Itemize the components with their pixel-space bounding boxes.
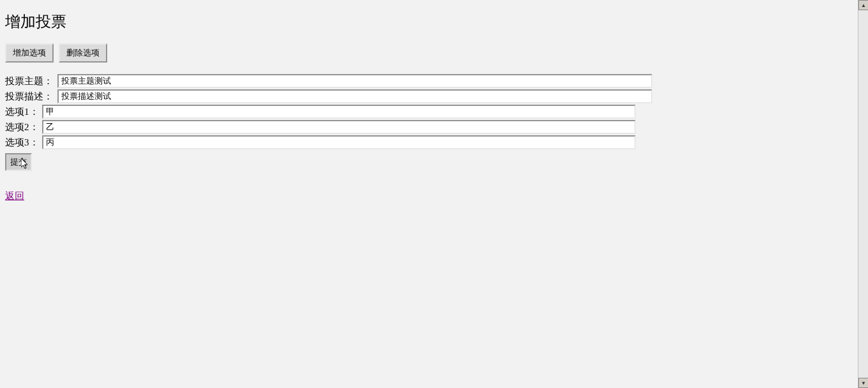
option-row: 选项1： bbox=[5, 105, 863, 119]
subject-input[interactable] bbox=[57, 74, 652, 88]
option-input-3[interactable] bbox=[42, 135, 636, 149]
option-row: 选项3： bbox=[5, 135, 863, 149]
delete-option-button[interactable]: 删除选项 bbox=[59, 43, 107, 63]
back-link[interactable]: 返回 bbox=[5, 190, 24, 202]
option-button-row: 增加选项 删除选项 bbox=[5, 43, 863, 63]
scroll-down-arrow-icon[interactable]: ▼ bbox=[858, 378, 868, 388]
add-option-button[interactable]: 增加选项 bbox=[5, 43, 54, 63]
description-input[interactable] bbox=[57, 89, 652, 103]
submit-button[interactable]: 提交 bbox=[5, 153, 32, 171]
option-input-2[interactable] bbox=[42, 120, 636, 134]
vertical-scrollbar[interactable]: ▲ ▼ bbox=[858, 0, 868, 388]
subject-row: 投票主题： bbox=[5, 74, 863, 88]
subject-label: 投票主题： bbox=[5, 75, 57, 87]
option-label: 选项1： bbox=[5, 106, 42, 118]
description-row: 投票描述： bbox=[5, 89, 863, 103]
option-input-1[interactable] bbox=[42, 105, 636, 119]
scroll-up-arrow-icon[interactable]: ▲ bbox=[858, 0, 868, 10]
option-row: 选项2： bbox=[5, 120, 863, 134]
option-label: 选项3： bbox=[5, 137, 42, 149]
submit-row: 提交 bbox=[5, 153, 863, 171]
description-label: 投票描述： bbox=[5, 91, 57, 103]
option-label: 选项2： bbox=[5, 121, 42, 133]
page-title: 增加投票 bbox=[5, 11, 863, 32]
